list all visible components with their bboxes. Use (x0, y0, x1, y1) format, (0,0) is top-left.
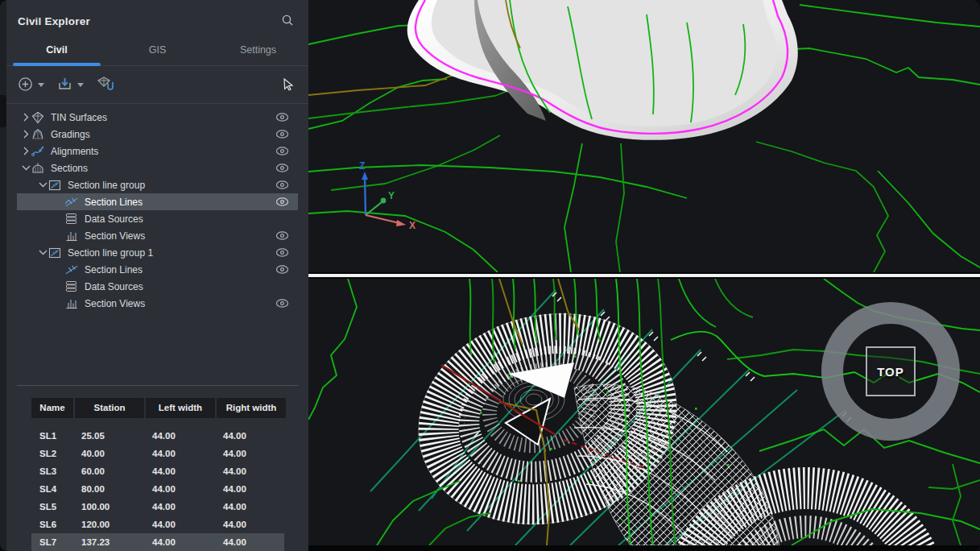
panel-toolbar (6, 66, 308, 104)
tree-item-label: Alignments (51, 146, 98, 157)
search-button[interactable] (279, 12, 296, 31)
cell-left-width: 44.00 (146, 498, 215, 516)
civil-object-tree: TIN Surfaces Gradings Alignments (6, 104, 308, 312)
tree-item-section-line-group-1[interactable]: Section line group 1 (17, 244, 298, 261)
top-viewport-canvas[interactable]: Z Y X (308, 0, 980, 272)
tree-item-section-lines[interactable]: Section Lines (17, 193, 298, 210)
tree-item-label: Section line group (68, 180, 145, 191)
view-orientation-widget[interactable]: TOP (821, 302, 960, 441)
tree-item-label: Section Lines (85, 264, 143, 276)
panel-grip[interactable] (0, 95, 6, 127)
cell-right-width: 44.00 (217, 427, 286, 445)
cell-right-width: 44.00 (217, 445, 286, 462)
table-row[interactable]: SL6120.0044.0044.00 (31, 516, 284, 533)
table-row[interactable]: SL360.0044.0044.00 (31, 462, 284, 480)
cell-station: 80.00 (75, 480, 144, 498)
drawing-viewport[interactable]: Z Y X (308, 0, 980, 551)
tab-civil[interactable]: Civil (6, 38, 107, 65)
chevron-down-icon[interactable] (37, 248, 48, 257)
tree-item-section-lines[interactable]: Section Lines (17, 261, 298, 278)
chevron-right-icon[interactable] (20, 130, 31, 139)
tree-item-data-sources[interactable]: Data Sources (17, 210, 298, 227)
panel-header: Civil Explorer (6, 0, 308, 38)
section-line-group-icon (48, 246, 62, 259)
data-sources-icon (65, 213, 79, 225)
attach-tin-surface-icon (97, 76, 114, 94)
cell-left-width: 44.00 (146, 516, 215, 533)
section-lines-icon (65, 197, 79, 208)
section-lines-icon (65, 264, 79, 276)
table-row[interactable]: SL480.0044.0044.00 (31, 480, 284, 498)
visibility-eye-icon[interactable] (275, 164, 289, 172)
tree-item-sections[interactable]: Sections (17, 160, 298, 176)
tree-item-label: TIN Surfaces (51, 112, 107, 123)
ucs-axis-gizmo: Z Y X (359, 160, 416, 231)
column-header-left-width: Left width (146, 398, 215, 418)
add-dropdown-caret[interactable] (38, 83, 44, 87)
tree-item-data-sources[interactable]: Data Sources (17, 278, 298, 295)
column-header-right-width: Right width (217, 398, 286, 418)
visibility-eye-icon[interactable] (275, 147, 289, 155)
visibility-eye-icon[interactable] (275, 299, 289, 308)
cell-name: SL7 (31, 533, 73, 551)
cell-station: 60.00 (75, 462, 144, 480)
tree-item-section-views[interactable]: Section Views (17, 295, 298, 312)
table-separator (17, 385, 298, 386)
tree-item-label: Gradings (51, 129, 90, 140)
cell-name: SL1 (31, 427, 73, 445)
tree-item-alignments[interactable]: Alignments (17, 143, 298, 160)
visibility-eye-icon[interactable] (275, 197, 289, 206)
cell-left-width: 44.00 (146, 427, 215, 445)
table-row[interactable]: SL125.0544.0044.00 (31, 427, 284, 445)
panel-dock-edge (0, 0, 6, 551)
column-header-station: Station (75, 398, 144, 418)
cell-left-width: 44.00 (146, 462, 215, 480)
tree-item-label: Section Views (85, 230, 145, 242)
panel-title: Civil Explorer (18, 15, 90, 27)
table-row[interactable]: SL240.0044.0044.00 (31, 445, 284, 462)
tree-item-section-views[interactable]: Section Views (17, 227, 298, 244)
cell-station: 137.23 (75, 533, 144, 551)
section-lines-table: Name Station Left width Right width SL12… (31, 398, 284, 551)
tree-item-section-line-group[interactable]: Section line group (17, 176, 298, 193)
cell-station: 120.00 (75, 516, 144, 533)
table-row[interactable]: SL5100.0044.0044.00 (31, 498, 284, 516)
tree-item-label: Data Sources (85, 213, 143, 225)
viewport-divider[interactable] (308, 272, 980, 279)
alignments-icon (31, 145, 45, 158)
chevron-right-icon[interactable] (20, 113, 31, 122)
viewport-bottom-strip (308, 545, 980, 551)
visibility-eye-icon[interactable] (275, 231, 289, 240)
tree-item-gradings[interactable]: Gradings (17, 126, 298, 143)
add-button[interactable] (16, 75, 35, 96)
chevron-down-icon[interactable] (20, 164, 31, 172)
table-row-selected[interactable]: SL7137.2344.0044.00 (31, 533, 284, 551)
select-mode-button[interactable] (280, 76, 297, 95)
cell-name: SL3 (31, 462, 73, 480)
cell-name: SL5 (31, 498, 73, 516)
visibility-eye-icon[interactable] (275, 113, 289, 122)
visibility-eye-icon[interactable] (275, 265, 289, 274)
tree-item-label: Section Views (85, 298, 145, 309)
import-button[interactable] (56, 75, 74, 96)
data-sources-icon (65, 280, 79, 292)
tab-gis[interactable]: GIS (107, 38, 208, 65)
tab-settings[interactable]: Settings (208, 38, 308, 65)
chevron-right-icon[interactable] (20, 147, 31, 155)
attach-surface-button[interactable] (95, 74, 116, 96)
view-widget-face[interactable]: TOP (866, 346, 916, 396)
import-dropdown-caret[interactable] (77, 83, 84, 87)
axis-z-label: Z (359, 160, 365, 172)
cell-right-width: 44.00 (217, 480, 286, 498)
cell-name: SL6 (31, 516, 73, 533)
tree-item-label: Section line group 1 (68, 247, 153, 259)
chevron-down-icon[interactable] (37, 180, 48, 189)
visibility-eye-icon[interactable] (275, 180, 289, 189)
column-header-name: Name (31, 398, 73, 418)
sections-icon (31, 162, 45, 175)
cell-name: SL4 (31, 480, 73, 498)
tree-item-tin-surfaces[interactable]: TIN Surfaces (17, 109, 298, 126)
section-views-icon (65, 230, 79, 242)
visibility-eye-icon[interactable] (275, 130, 289, 139)
visibility-eye-icon[interactable] (275, 248, 289, 257)
